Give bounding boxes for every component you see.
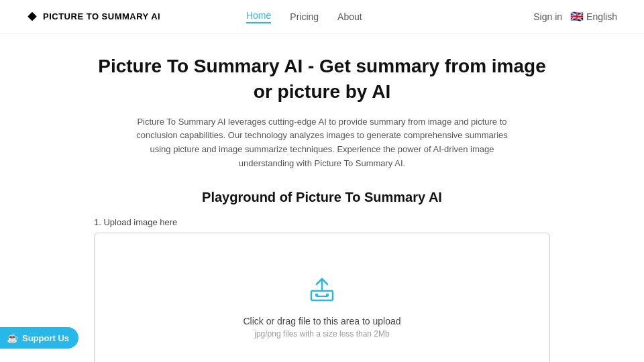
upload-label: 1. Upload image here <box>94 217 550 227</box>
sign-in-link[interactable]: Sign in <box>533 11 562 22</box>
upload-icon-wrap <box>306 274 338 308</box>
upload-area[interactable]: Click or drag file to this area to uploa… <box>94 233 550 362</box>
svg-rect-2 <box>315 294 318 296</box>
heart-icon: ☕ <box>7 333 18 343</box>
nav-pricing[interactable]: Pricing <box>290 11 319 22</box>
upload-icon <box>306 274 338 306</box>
main-content: Picture To Summary AI - Get summary from… <box>80 34 564 362</box>
support-label: Support Us <box>22 333 69 343</box>
logo[interactable]: PICTURE TO SUMMARY AI <box>27 11 160 22</box>
nav-home[interactable]: Home <box>246 10 271 23</box>
logo-text: PICTURE TO SUMMARY AI <box>43 11 160 21</box>
nav-about[interactable]: About <box>337 11 362 22</box>
flag-icon: 🇬🇧 <box>570 10 584 23</box>
language-selector[interactable]: 🇬🇧 English <box>570 10 617 23</box>
hero-title: Picture To Summary AI - Get summary from… <box>94 54 550 105</box>
language-label: English <box>586 11 617 22</box>
main-nav: Home Pricing About <box>246 10 362 23</box>
logo-diamond-icon <box>27 11 38 22</box>
upload-sub-text: jpg/png files with a size less than 2Mb <box>254 329 389 339</box>
upload-main-text: Click or drag file to this area to uploa… <box>243 316 400 326</box>
svg-rect-0 <box>28 11 37 21</box>
support-button[interactable]: ☕ Support Us <box>0 327 78 349</box>
playground-title: Playground of Picture To Summary AI <box>94 190 550 205</box>
header-right: Sign in 🇬🇧 English <box>533 10 617 23</box>
hero-description: Picture To Summary AI leverages cutting-… <box>127 115 517 171</box>
svg-rect-3 <box>326 294 329 296</box>
